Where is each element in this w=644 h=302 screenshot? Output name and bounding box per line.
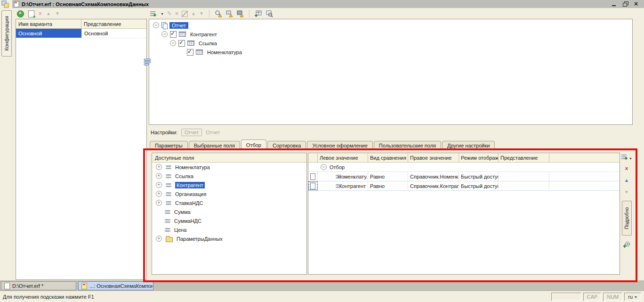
node-checkbox-checked[interactable]: [170, 31, 177, 38]
check-all-icon[interactable]: [236, 10, 244, 17]
collapse-icon[interactable]: [153, 22, 159, 28]
field-label[interactable]: СуммаНДС: [174, 218, 201, 224]
field-label[interactable]: ПараметрыДанных: [177, 236, 223, 242]
collapse-icon[interactable]: [161, 31, 168, 37]
field-label[interactable]: Цена: [174, 227, 186, 233]
close-button[interactable]: [634, 1, 640, 7]
minimize-button[interactable]: [611, 1, 618, 7]
query-designer-icon[interactable]: [266, 10, 273, 17]
delete-filter-icon[interactable]: ×: [625, 165, 628, 172]
field-item-ssylka[interactable]: Ссылка: [152, 171, 306, 180]
restore-button[interactable]: [622, 1, 629, 7]
structure-settings-icon[interactable]: [144, 58, 152, 65]
variant-name-cell[interactable]: Основной: [16, 29, 81, 38]
move-up-icon[interactable]: [46, 10, 51, 17]
row-checkbox[interactable]: [310, 183, 315, 189]
field-item-summa[interactable]: Сумма: [152, 207, 306, 216]
tree-node-report[interactable]: Отчет: [169, 22, 188, 29]
add-filter-icon[interactable]: [621, 154, 628, 160]
expand-icon[interactable]: [156, 200, 162, 206]
left-value-cell[interactable]: Номенклату...: [318, 172, 368, 181]
field-label-selected[interactable]: Контрагент: [175, 182, 205, 188]
tab-user-fields[interactable]: Пользовательские поля: [374, 141, 441, 150]
field-label[interactable]: Номенклатура: [175, 164, 210, 170]
node-checkbox-checked[interactable]: [178, 40, 185, 47]
tree-row-ssylka[interactable]: Ссылка: [149, 39, 632, 48]
tab-sorting[interactable]: Сортировка: [267, 141, 306, 150]
filter-move-down-icon[interactable]: [624, 189, 629, 196]
tree-node-kontragent[interactable]: Контрагент: [188, 31, 219, 38]
report-settings-button[interactable]: Отчет: [181, 129, 202, 136]
detail-button[interactable]: Подробно: [622, 201, 632, 236]
field-label[interactable]: Организация: [175, 191, 206, 197]
comparison-cell[interactable]: Равно: [368, 172, 408, 181]
tree-row-kontragent[interactable]: Контрагент: [149, 30, 632, 39]
variant-presentation-cell[interactable]: Основной: [81, 29, 146, 38]
node-checkbox-checked[interactable]: [187, 49, 193, 56]
mdi-tab-schema[interactable]: ...: ОсновнаяСхемаКомпон...: [78, 281, 153, 290]
comparison-cell[interactable]: Равно: [368, 181, 408, 190]
field-item-organizaciya[interactable]: Организация: [152, 189, 306, 198]
expand-icon[interactable]: [156, 236, 162, 242]
add-variant-icon[interactable]: [17, 10, 24, 17]
expand-icon[interactable]: [156, 164, 162, 170]
add-structure-dropdown-icon[interactable]: [161, 12, 164, 16]
filter-move-up-icon[interactable]: [624, 177, 629, 184]
sidebar-tab-configuration[interactable]: Конфигурация: [1, 10, 12, 57]
left-value-cell[interactable]: Контрагент: [318, 181, 368, 190]
tab-other-settings[interactable]: Другие настройки: [442, 141, 495, 150]
row-checkbox[interactable]: [310, 173, 315, 180]
tab-selected-fields[interactable]: Выбранные поля: [189, 141, 240, 150]
edit-structure-icon[interactable]: [167, 10, 172, 17]
delete-structure-icon[interactable]: ×: [175, 10, 178, 17]
row-checkbox-cell[interactable]: [308, 172, 318, 181]
expand-icon[interactable]: [156, 182, 162, 188]
presentation-cell[interactable]: [499, 181, 549, 190]
move-down-icon[interactable]: [55, 10, 60, 17]
tree-row-nomenklatura[interactable]: Номенклатура: [149, 48, 632, 57]
field-label[interactable]: Ссылка: [175, 173, 193, 179]
add-template-icon[interactable]: [255, 10, 262, 17]
check-field-icon[interactable]: [215, 10, 222, 17]
structure-move-up-icon[interactable]: [191, 10, 196, 17]
field-item-cena[interactable]: Цена: [152, 225, 306, 234]
filter-group-row[interactable]: Отбор: [308, 163, 620, 172]
right-value-cell[interactable]: Справочник.Контрагент...: [408, 181, 459, 190]
tree-node-ssylka[interactable]: Ссылка: [197, 40, 219, 47]
field-item-nomenklatura[interactable]: Номенклатура: [152, 163, 306, 171]
field-item-summands[interactable]: СуммаНДС: [152, 216, 306, 225]
cancel-edit-icon[interactable]: [182, 11, 188, 17]
collapse-icon[interactable]: [170, 40, 176, 46]
display-mode-cell[interactable]: Быстрый доступ: [459, 172, 499, 181]
field-item-stavkands[interactable]: СтавкаНДС: [152, 198, 306, 207]
expand-icon[interactable]: [156, 191, 162, 197]
language-indicator[interactable]: ru: [624, 293, 641, 301]
tree-row-report[interactable]: Отчет: [149, 21, 632, 30]
expand-icon[interactable]: [156, 173, 162, 179]
add-structure-item-icon[interactable]: [150, 10, 157, 17]
check-group-icon[interactable]: [225, 10, 233, 17]
display-mode-cell[interactable]: Быстрый доступ: [459, 181, 499, 190]
structure-move-down-icon[interactable]: [199, 10, 204, 17]
field-item-parametrydannyh[interactable]: ПараметрыДанных: [152, 234, 306, 243]
filter-settings-icon[interactable]: [623, 241, 631, 248]
copy-variant-icon[interactable]: [28, 10, 34, 17]
add-filter-dropdown-icon[interactable]: [629, 157, 632, 160]
tab-parameters[interactable]: Параметры: [150, 141, 188, 150]
collapse-icon[interactable]: [321, 164, 327, 170]
tab-conditional-appearance[interactable]: Условное оформление: [307, 141, 372, 150]
right-value-cell[interactable]: Справочник.Номенклат...: [408, 172, 459, 181]
tree-node-nomenklatura[interactable]: Номенклатура: [205, 49, 244, 56]
field-item-kontragent[interactable]: Контрагент: [152, 180, 306, 189]
field-label[interactable]: Сумма: [174, 209, 191, 215]
variant-row[interactable]: Основной Основной: [16, 29, 146, 38]
delete-variant-icon[interactable]: ×: [39, 10, 42, 17]
filter-row-nomenklatura[interactable]: Номенклату... Равно Справочник.Номенклат…: [308, 172, 620, 181]
filter-row-kontragent[interactable]: Контрагент Равно Справочник.Контрагент..…: [308, 181, 620, 191]
tab-filter[interactable]: Отбор: [241, 139, 266, 150]
field-label[interactable]: СтавкаНДС: [175, 200, 203, 206]
mdi-tab-report-file[interactable]: D:\Отчет.erf *: [1, 281, 76, 290]
row-checkbox-cell-focused[interactable]: [308, 181, 318, 190]
checkbox-column-header: [308, 153, 318, 162]
presentation-cell[interactable]: [499, 172, 549, 181]
